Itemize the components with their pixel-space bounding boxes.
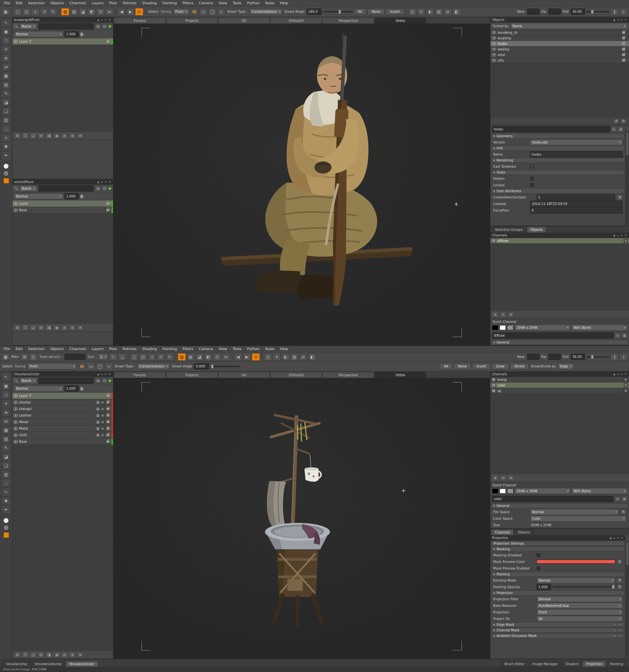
channel-row[interactable]: color ≡ xyxy=(490,383,629,388)
layer-row[interactable]: shengzi ≡ xyxy=(13,406,113,412)
collapse-icon[interactable]: ▴ xyxy=(613,536,615,539)
layer-thumbnail-icon[interactable] xyxy=(96,420,100,424)
scrollbar[interactable] xyxy=(625,541,629,658)
ptex-quad-icon[interactable]: ⊞ xyxy=(21,353,28,361)
layer-list-icon[interactable]: ≣ xyxy=(69,652,76,658)
filter-type-dropdown[interactable]: Name▾ xyxy=(20,185,37,192)
menu-item[interactable]: Camera xyxy=(196,0,215,6)
menu-item[interactable]: Painting xyxy=(160,346,180,352)
ellipse-select-icon[interactable]: ◯ xyxy=(96,363,104,370)
history-forward-icon[interactable]: ↻ xyxy=(621,118,626,124)
facing-dropdown[interactable]: Front▾ xyxy=(27,363,77,369)
close-icon[interactable]: ✕ xyxy=(108,18,111,21)
viewport-tab[interactable]: Ortho/UV xyxy=(270,17,322,24)
open-project-icon[interactable]: ◱ xyxy=(139,353,147,361)
menu-item[interactable]: File xyxy=(1,346,13,352)
filter-swatch-icon[interactable] xyxy=(102,379,107,383)
filter-input[interactable] xyxy=(38,185,94,192)
lighting-toggle-icon[interactable]: ☀ xyxy=(273,353,281,361)
share-layer-icon[interactable]: ⇄ xyxy=(61,652,68,658)
close-icon[interactable]: ✕ xyxy=(108,181,111,184)
share-layer-icon[interactable]: ⇄ xyxy=(61,325,68,331)
projection-dropdown[interactable]: Front▾ xyxy=(537,609,623,615)
clear-filter-icon[interactable]: ⊗ xyxy=(95,24,101,29)
section-state[interactable]: ▼State xyxy=(491,170,624,175)
viewport-tab[interactable]: Perspective xyxy=(322,372,374,378)
close-icon[interactable]: ✕ xyxy=(620,536,624,539)
channel-depth-dropdown[interactable]: 8bit (Byte)▾ xyxy=(572,325,627,331)
shadow-toggle-icon[interactable]: ◐ xyxy=(282,353,289,361)
mask-edit-icon[interactable]: ◩ xyxy=(88,8,96,16)
erase-mode-icon[interactable]: ◪ xyxy=(79,8,87,16)
menu-item[interactable]: Layers xyxy=(89,346,106,352)
lock-icon[interactable] xyxy=(107,434,110,436)
name-field[interactable]: toubu xyxy=(530,151,623,158)
mirror-toggle-icon[interactable]: ⇌ xyxy=(299,353,307,361)
viewport-3d[interactable]: + xyxy=(113,24,490,345)
mask-preview-color-swatch[interactable] xyxy=(537,560,615,563)
visibility-eye-icon[interactable] xyxy=(492,59,496,62)
layer-row[interactable]: shuliao ≡ xyxy=(13,399,113,406)
bake-icon[interactable]: ⇣ xyxy=(620,8,627,16)
visibility-eye-icon[interactable] xyxy=(14,394,18,397)
visibility-eye-icon[interactable] xyxy=(492,31,496,34)
pause-bake-icon[interactable]: ∥ xyxy=(611,353,619,361)
section-geometry[interactable]: ▼Geometry xyxy=(491,134,624,139)
fov-input[interactable]: 30.00 xyxy=(571,8,585,15)
opacity-input[interactable]: 1.000 xyxy=(65,385,79,392)
blend-mode-dropdown[interactable]: Normal▾ xyxy=(14,31,63,37)
add-group-icon[interactable]: ❒ xyxy=(22,652,29,658)
mirror-toggle-icon[interactable]: ⇌ xyxy=(444,8,452,16)
lock-icon[interactable] xyxy=(107,440,110,443)
save-project-icon[interactable]: ⇓ xyxy=(148,353,156,361)
select-all-button[interactable]: All xyxy=(354,8,366,15)
expand-icon[interactable]: ▾ xyxy=(620,234,623,237)
prev-view-icon[interactable]: ◀ xyxy=(234,353,242,361)
grow-button[interactable]: Grow xyxy=(492,363,509,369)
rect-select-icon[interactable]: ▭ xyxy=(200,8,207,16)
expand-icon[interactable]: ▾ xyxy=(616,536,619,539)
paint-color-swatch[interactable] xyxy=(3,178,9,184)
new-project-icon[interactable]: ▢ xyxy=(131,353,138,361)
filter-input[interactable] xyxy=(38,378,94,384)
layer-thumbnail-icon[interactable] xyxy=(96,401,100,404)
layer-row[interactable]: Layer 3 ≡ xyxy=(13,38,113,45)
merge-layer-icon[interactable]: ⊟ xyxy=(37,133,45,139)
texel-density-input[interactable] xyxy=(65,354,86,360)
near-input[interactable] xyxy=(527,354,540,360)
filter-swatch-icon[interactable] xyxy=(102,24,107,28)
perspective-toggle-icon[interactable]: ◳ xyxy=(409,8,416,16)
bake-behavior-dropdown[interactable]: AutoBakeAndClear▾ xyxy=(537,603,623,609)
created-field[interactable]: 2014-11-18T23:59:55 xyxy=(530,201,623,207)
frame-selected-icon[interactable]: ⊙ xyxy=(135,8,143,16)
eraser-tool[interactable]: ◪ xyxy=(2,453,11,461)
object-select-tool[interactable]: ▣ xyxy=(2,382,11,390)
bottom-dock-tab[interactable]: Painting xyxy=(606,661,627,667)
frame-selected-icon[interactable]: ⊙ xyxy=(252,353,260,361)
prev-view-icon[interactable]: ◀ xyxy=(118,8,125,16)
menu-item[interactable]: Help xyxy=(277,0,290,6)
menu-item[interactable]: Patches xyxy=(120,346,139,352)
patch-select-tool[interactable]: ▦ xyxy=(2,426,11,434)
add-layer-icon[interactable]: ⊞ xyxy=(14,325,21,331)
add-layer-icon[interactable]: ⊞ xyxy=(14,652,21,658)
expand-icon[interactable]: ▾ xyxy=(104,18,107,21)
size-dropdown[interactable]: 1▾ xyxy=(98,354,108,360)
layer-row[interactable]: Base ≡ xyxy=(13,207,113,214)
menu-item[interactable]: Selection xyxy=(26,346,47,352)
paint-tool[interactable]: ✎ xyxy=(2,89,11,98)
save-project-icon[interactable]: ⇓ xyxy=(31,8,39,16)
visibility-eye-icon[interactable] xyxy=(14,202,18,205)
double-res-icon[interactable]: △ xyxy=(118,353,126,361)
add-group-icon[interactable]: ❒ xyxy=(22,133,29,139)
menu-item[interactable]: Layers xyxy=(89,0,106,6)
locked-checkbox[interactable] xyxy=(530,184,534,187)
menu-item[interactable]: Filters xyxy=(180,346,196,352)
painting-mode-dropdown[interactable]: Normal▾ xyxy=(537,577,615,583)
visibility-eye-icon[interactable] xyxy=(492,37,496,40)
halve-res-icon[interactable]: ▽ xyxy=(110,353,117,361)
visibility-eye-icon[interactable] xyxy=(14,401,18,404)
pin-tool[interactable]: ✱ xyxy=(2,142,11,151)
smart-angle-slider[interactable] xyxy=(210,366,240,367)
layer-list-icon[interactable]: ≣ xyxy=(69,325,76,331)
